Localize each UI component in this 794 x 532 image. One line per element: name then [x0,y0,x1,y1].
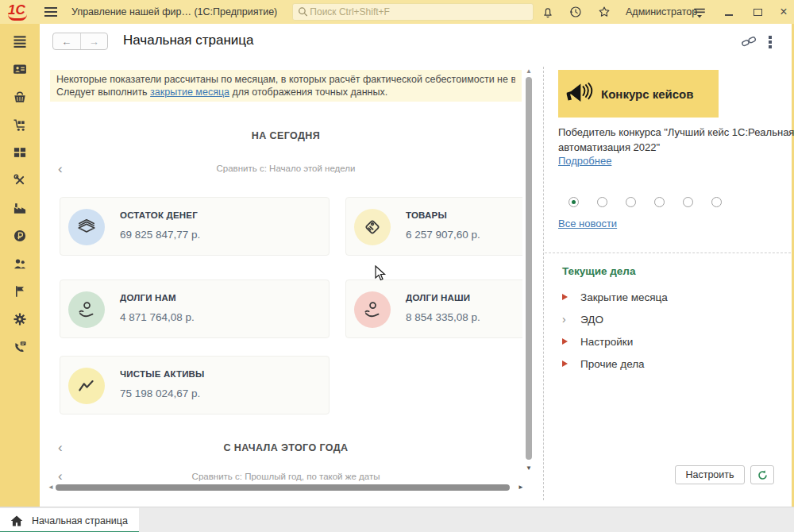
kpi-label: ТОВАРЫ [406,210,447,220]
todo-item-label: Настройки [580,336,633,348]
kpi-card-goods[interactable]: ТОВАРЫ 6 257 907,60 р. [345,197,522,256]
todo-item-label: Прочие дела [580,358,645,370]
basket-icon[interactable] [12,89,28,105]
refresh-button[interactable] [750,465,774,484]
back-button[interactable]: ← [53,33,81,49]
kpi-label: ДОЛГИ НАМ [120,293,176,303]
windows-icon[interactable] [12,145,28,160]
get-link-icon[interactable] [741,35,757,48]
contacts-card-icon[interactable] [12,61,28,77]
news-text: Победитель конкурса "Лучший кейс 1С:Реал… [558,125,794,155]
kpi-label: ДОЛГИ НАШИ [406,293,470,303]
red-triangle-icon [562,294,568,300]
today-compare-label[interactable]: Сравнить с: Начало этой недели [50,164,522,173]
global-search[interactable] [292,3,534,21]
kpi-label: ОСТАТОК ДЕНЕГ [120,210,198,220]
1c-logo-icon: 1С [8,2,27,21]
warning-line1: Некоторые показатели рассчитаны по месяц… [56,73,515,86]
support-phone-icon[interactable] [12,339,28,355]
price-tag-icon [354,209,391,245]
scroll-right-icon[interactable]: ► [518,484,524,491]
ruble-icon[interactable] [12,228,28,244]
staff-icon[interactable] [12,256,28,272]
news-more-link[interactable]: Подробнее [558,155,611,167]
panel-divider [543,67,544,500]
section-year-title: С НАЧАЛА ЭТОГО ГОДА [50,442,522,453]
hand-person-icon [68,291,105,328]
todo-item-other[interactable]: Прочие дела [562,356,645,372]
close-button[interactable]: × [776,4,792,20]
news-page-radio[interactable] [683,197,693,207]
todo-item-settings[interactable]: Настройки [562,333,633,349]
month-close-warning: Некоторые показатели рассчитаны по месяц… [50,70,522,102]
maximize-button[interactable] [750,4,765,20]
chart-line-icon [68,368,105,404]
kpi-card-net-assets[interactable]: ЧИСТЫЕ АКТИВЫ 75 198 024,67 р. [60,356,330,414]
year-compare-label[interactable]: Сравнить с: Прошлый год, по такой же дат… [50,472,522,481]
production-icon[interactable] [12,200,28,216]
page-title: Начальная страница [123,33,254,48]
todo-item-month-closing[interactable]: Закрытие месяца [562,289,668,305]
all-news-link[interactable]: Все новости [558,218,617,229]
section-divider [545,253,791,253]
news-pager [569,197,722,207]
horizontal-scroll-thumb[interactable] [56,484,510,491]
kpi-value: 69 825 847,77 р. [120,229,200,241]
current-user[interactable]: Администратор [626,6,697,17]
forward-button[interactable]: → [81,33,108,49]
settings-gear-icon[interactable] [12,311,28,327]
home-icon [10,515,24,527]
kpi-value: 6 257 907,60 р. [406,229,480,241]
news-banner[interactable]: Конкурс кейсов [558,70,719,118]
more-menu-icon[interactable] [769,36,772,50]
taskbar-tab-label: Начальная страница [32,515,128,526]
tools-icon[interactable] [12,172,28,188]
chevron-right-icon: › [562,315,568,323]
kpi-value: 75 198 024,67 р. [120,387,200,399]
banner-title: Конкурс кейсов [601,87,694,101]
service-menu-icon[interactable] [692,6,707,20]
taskbar-tab-home[interactable]: Начальная страница [0,508,139,532]
kpi-card-cash[interactable]: ОСТАТОК ДЕНЕГ 69 825 847,77 р. [60,197,330,256]
kpi-label: ЧИСТЫЕ АКТИВЫ [120,369,205,379]
news-page-radio[interactable] [569,197,579,207]
minimize-button[interactable] [721,4,737,20]
history-icon[interactable] [569,5,583,19]
favorites-star-icon[interactable] [597,5,611,19]
open-windows-taskbar: Начальная страница [0,507,794,532]
vertical-scrollbar[interactable]: ▲ ▼ [523,67,534,481]
configure-button[interactable]: Настроить [675,465,745,484]
todo-item-label: Закрытие месяца [580,291,668,303]
app-title: Управление нашей фир… (1С:Предприятие) [71,6,277,17]
kpi-card-debts-to-us[interactable]: ДОЛГИ НАМ 4 871 764,08 р. [60,279,330,338]
flag-icon[interactable] [12,283,28,299]
app-window: 1С Управление нашей фир… (1С:Предприятие… [0,0,794,532]
news-page-radio[interactable] [654,197,665,207]
sections-sidebar [0,24,40,507]
red-triangle-icon [562,338,568,345]
todo-item-edo[interactable]: › ЭДО [562,311,603,327]
vertical-scroll-thumb[interactable] [526,77,532,460]
warning-line2: Следует выполнить закрытие месяца для от… [56,86,515,98]
scroll-up-icon[interactable]: ▲ [526,68,532,75]
news-page-radio[interactable] [597,197,607,207]
kpi-value: 8 854 335,08 р. [406,311,480,323]
month-closing-link[interactable]: закрытие месяца [150,87,229,98]
horizontal-scrollbar[interactable]: ◄ ► [48,481,524,494]
news-page-radio[interactable] [711,197,722,207]
mouse-cursor [375,265,387,283]
kpi-card-our-debts[interactable]: ДОЛГИ НАШИ 8 854 335,08 р. [345,279,522,338]
todo-item-label: ЭДО [580,314,603,326]
news-page-radio[interactable] [626,197,636,207]
search-input[interactable] [308,6,528,18]
hand-person-icon [354,291,391,328]
history-nav-group: ← → [52,33,108,50]
menu-icon[interactable] [12,33,28,49]
cart-icon[interactable] [12,117,28,133]
main-menu-icon[interactable] [44,7,57,17]
scroll-down-icon[interactable]: ▼ [526,465,532,472]
scroll-left-icon[interactable]: ◄ [48,484,54,491]
todo-title: Текущие дела [562,265,635,277]
red-triangle-icon [562,360,568,367]
notifications-bell-icon[interactable] [541,5,555,19]
